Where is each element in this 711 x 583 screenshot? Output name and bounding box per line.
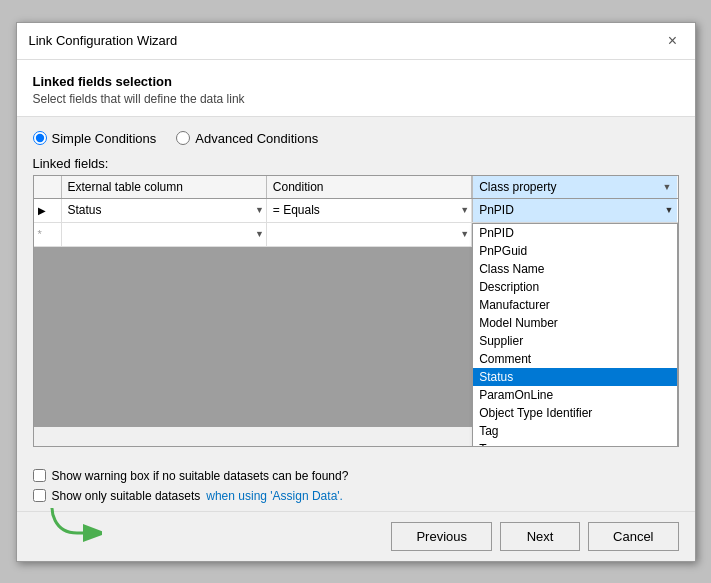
row1-external-col[interactable]: Status ▼: [62, 199, 267, 222]
suitable-datasets-container: Show only suitable datasets when using '…: [33, 489, 679, 503]
simple-conditions-radio[interactable]: Simple Conditions: [33, 131, 157, 146]
next-button[interactable]: Next: [500, 522, 580, 551]
dropdown-item-manufacturer[interactable]: Manufacturer: [473, 296, 677, 314]
row1-class-property[interactable]: PnPID ▼ PnPID PnPGuid Class Name Descrip…: [472, 199, 677, 222]
dialog-title: Link Configuration Wizard: [29, 33, 178, 48]
suitable-datasets-link: when using 'Assign Data'.: [206, 489, 343, 503]
dropdown-item-classname[interactable]: Class Name: [473, 260, 677, 278]
dropdown-item-pnpguid[interactable]: PnPGuid: [473, 242, 677, 260]
close-button[interactable]: ×: [663, 31, 683, 51]
simple-conditions-input[interactable]: [33, 131, 47, 145]
footer: Previous Next Cancel: [17, 511, 695, 561]
suitable-datasets-checkbox[interactable]: [33, 489, 46, 502]
dropdown-item-tag[interactable]: Tag: [473, 422, 677, 440]
title-bar: Link Configuration Wizard ×: [17, 23, 695, 60]
th-arrow: [34, 176, 62, 198]
radio-group: Simple Conditions Advanced Conditions: [33, 131, 679, 146]
row1-arrow: ▶: [34, 199, 62, 222]
previous-button[interactable]: Previous: [391, 522, 492, 551]
advanced-conditions-label: Advanced Conditions: [195, 131, 318, 146]
th-condition: Condition: [267, 176, 472, 198]
advanced-conditions-radio[interactable]: Advanced Conditions: [176, 131, 318, 146]
th-class-property: Class property ▼: [472, 176, 677, 198]
dropdown-item-pnpid[interactable]: PnPID: [473, 224, 677, 242]
row2-condition[interactable]: ▼: [267, 223, 472, 246]
row2-arrow: *: [34, 223, 62, 246]
warning-box-label: Show warning box if no suitable datasets…: [52, 469, 349, 483]
header-title: Linked fields selection: [33, 74, 679, 89]
row1-ext-dropdown-arrow[interactable]: ▼: [255, 205, 264, 215]
row2-ext-dropdown-arrow[interactable]: ▼: [255, 229, 264, 239]
linked-fields-table: External table column Condition Class pr…: [33, 175, 679, 447]
row1-condition-dropdown-arrow[interactable]: ▼: [460, 205, 469, 215]
dropdown-item-model-number[interactable]: Model Number: [473, 314, 677, 332]
table-header: External table column Condition Class pr…: [34, 176, 678, 199]
row1-condition[interactable]: = Equals ▼: [267, 199, 472, 222]
header-section: Linked fields selection Select fields th…: [17, 60, 695, 117]
dropdown-item-comment[interactable]: Comment: [473, 350, 677, 368]
suitable-datasets-label: Show only suitable datasets: [52, 489, 201, 503]
class-property-dropdown: PnPID PnPGuid Class Name Description Man…: [472, 223, 678, 447]
dialog-container: Link Configuration Wizard × Linked field…: [16, 22, 696, 562]
row2-condition-dropdown-arrow[interactable]: ▼: [460, 229, 469, 239]
content-area: Simple Conditions Advanced Conditions Li…: [17, 117, 695, 461]
dropdown-item-supplier[interactable]: Supplier: [473, 332, 677, 350]
th-class-property-arrow: ▼: [663, 182, 672, 192]
dropdown-item-description[interactable]: Description: [473, 278, 677, 296]
advanced-conditions-input[interactable]: [176, 131, 190, 145]
dropdown-item-status[interactable]: Status: [473, 368, 677, 386]
warning-box-checkbox[interactable]: [33, 469, 46, 482]
header-subtitle: Select fields that will define the data …: [33, 92, 679, 106]
th-external-table-column: External table column: [62, 176, 267, 198]
table-row-1: ▶ Status ▼ = Equals ▼ PnPID ▼ PnP: [34, 199, 678, 223]
linked-fields-label: Linked fields:: [33, 156, 679, 171]
dropdown-item-paramonline[interactable]: ParamOnLine: [473, 386, 677, 404]
table-rows: ▶ Status ▼ = Equals ▼ PnPID ▼ PnP: [34, 199, 678, 427]
bottom-section: Show warning box if no suitable datasets…: [17, 461, 695, 511]
suitable-datasets-row: Show only suitable datasets when using '…: [33, 489, 679, 503]
dropdown-item-obj-type[interactable]: Object Type Identifier: [473, 404, 677, 422]
green-arrow-icon: [47, 503, 102, 548]
dropdown-item-type[interactable]: Type: [473, 440, 677, 447]
simple-conditions-label: Simple Conditions: [52, 131, 157, 146]
cancel-button[interactable]: Cancel: [588, 522, 678, 551]
row1-class-dropdown-arrow[interactable]: ▼: [665, 205, 674, 215]
warning-box-row: Show warning box if no suitable datasets…: [33, 469, 679, 483]
row2-external-col[interactable]: ▼: [62, 223, 267, 246]
